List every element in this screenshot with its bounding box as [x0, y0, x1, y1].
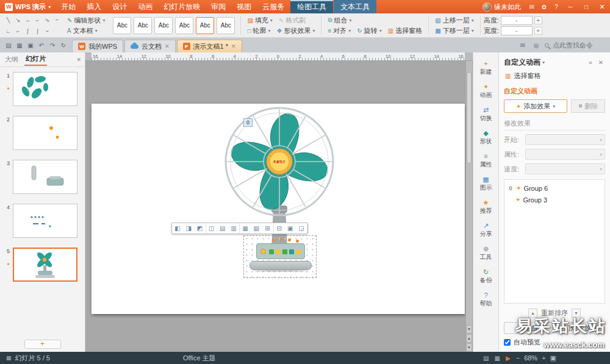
- scroll-down-icon[interactable]: ▼: [466, 325, 472, 334]
- close-panel-icon[interactable]: ✕: [597, 59, 605, 66]
- message-icon[interactable]: ✉: [526, 0, 538, 13]
- close-tab-icon[interactable]: ✕: [231, 43, 236, 49]
- outline-button[interactable]: □ 轮廓 ▾: [244, 26, 273, 35]
- selection-pane-button[interactable]: ▥ 选择窗格: [504, 70, 605, 82]
- shape-effects-button[interactable]: ❖ 形状效果 ▾: [273, 26, 318, 35]
- previous-slide-icon[interactable]: ▲: [466, 334, 472, 343]
- minimize-button[interactable]: ─: [562, 0, 578, 13]
- strip-new[interactable]: + 新建: [473, 59, 498, 77]
- grid-icon[interactable]: ▣: [285, 223, 296, 234]
- equal-height-icon[interactable]: ⊟: [274, 223, 285, 234]
- zoom-out-button[interactable]: −: [516, 354, 520, 362]
- slide-canvas[interactable]: 良康电子 0 ◧ ◨ ◩ ◫ ▤ ▥ ▦ ▧ ⊞ ⊟ ▣ ◲: [92, 104, 465, 314]
- align-top-icon[interactable]: ◫: [206, 223, 217, 234]
- menu-animation[interactable]: 动画: [132, 0, 158, 13]
- menu-slideshow[interactable]: 幻灯片放映: [158, 0, 206, 13]
- double-arrow-shape-icon[interactable]: ↔: [23, 15, 32, 24]
- animation-item-group3[interactable]: ✦ Group 3: [506, 194, 603, 205]
- fan-base-selection[interactable]: [243, 235, 317, 278]
- align-right-icon[interactable]: ◩: [194, 223, 206, 234]
- menu-view[interactable]: 视图: [231, 0, 257, 13]
- normal-view-icon[interactable]: ▤: [483, 355, 489, 362]
- slide-4-preview[interactable]: [13, 204, 77, 238]
- equal-width-icon[interactable]: ⊞: [262, 223, 273, 234]
- shape-style-preset-1[interactable]: Abc: [113, 17, 131, 34]
- feedback-icon[interactable]: ✉: [518, 40, 528, 50]
- tab-my-wps[interactable]: W 我的WPS: [72, 40, 123, 52]
- curve-shape-icon[interactable]: ∿: [43, 15, 52, 24]
- height-input[interactable]: [501, 16, 533, 25]
- add-slide-button[interactable]: +: [24, 340, 61, 349]
- shape-style-preset-5[interactable]: Abc: [196, 17, 214, 34]
- slide-1-preview[interactable]: [13, 72, 77, 106]
- tab-presentation1[interactable]: P 演示文稿1 * ✕: [177, 40, 242, 52]
- maximize-button[interactable]: □: [578, 0, 594, 13]
- bring-forward-button[interactable]: ▧ 上移一层 ▾: [432, 15, 476, 25]
- arc-shape-icon[interactable]: ⌢: [52, 15, 62, 24]
- canvas-scrollbar[interactable]: ▼ ▲ ▼: [465, 61, 472, 352]
- strip-diagram[interactable]: ▦ 图示: [473, 174, 498, 193]
- menu-home[interactable]: 开始: [56, 0, 81, 13]
- command-search-input[interactable]: [551, 41, 605, 49]
- user-avatar[interactable]: [483, 2, 492, 12]
- slide-thumbnail-2[interactable]: 2: [4, 116, 81, 150]
- strip-tools[interactable]: ⊕ 工具: [473, 244, 498, 263]
- arrow-shape-icon[interactable]: ↘: [13, 15, 23, 24]
- relative-align-icon[interactable]: ◲: [296, 223, 307, 234]
- shape-style-preset-2[interactable]: Abc: [134, 17, 152, 34]
- group-button[interactable]: ⧉ 组合 ▾: [325, 15, 354, 25]
- slideshow-view-icon[interactable]: ▶: [506, 355, 511, 362]
- fill-button[interactable]: ▨ 填充 ▾: [244, 15, 275, 25]
- fit-slide-icon[interactable]: ▣: [550, 354, 556, 362]
- align-button[interactable]: ≡ 对齐 ▾: [325, 26, 354, 35]
- slide-thumbnail-5[interactable]: 5 ✦: [4, 248, 81, 282]
- menu-design[interactable]: 设计: [107, 0, 132, 13]
- slide-3-preview[interactable]: [13, 160, 77, 194]
- chevron-down-icon[interactable]: ▾: [542, 60, 545, 65]
- shape-style-preset-4[interactable]: Abc: [175, 17, 193, 34]
- height-stepper[interactable]: +: [534, 16, 542, 24]
- zoom-level[interactable]: 68%: [524, 354, 537, 362]
- undo-icon[interactable]: ↶: [37, 40, 46, 50]
- print-icon[interactable]: ▣: [26, 40, 35, 50]
- tab-text-tools[interactable]: 文本工具: [334, 0, 376, 13]
- strip-animation[interactable]: ✦ 动画: [473, 82, 498, 101]
- slide-2-preview[interactable]: [13, 116, 77, 150]
- strip-properties[interactable]: ≡ 属性: [473, 151, 498, 170]
- close-panel-icon[interactable]: ✕: [76, 57, 81, 63]
- add-effect-button[interactable]: ✦ 添加效果 ▾: [504, 99, 567, 113]
- format-painter-button[interactable]: ✎ 格式刷: [276, 15, 309, 25]
- save-icon[interactable]: ▦: [15, 40, 24, 50]
- connector-shape-icon[interactable]: ⌐: [13, 26, 23, 35]
- slide-5-preview[interactable]: [13, 248, 77, 282]
- menu-review[interactable]: 审阅: [206, 0, 231, 13]
- elbow-shape-icon[interactable]: ⌐: [33, 15, 42, 24]
- close-tab-icon[interactable]: ✕: [165, 43, 170, 49]
- theme-name[interactable]: Office 主题: [183, 354, 216, 363]
- menu-insert[interactable]: 插入: [81, 0, 107, 13]
- align-bottom-icon[interactable]: ▥: [228, 223, 240, 234]
- strip-share[interactable]: ↗ 分享: [473, 221, 498, 240]
- strip-recommend[interactable]: ★ 推荐: [473, 198, 498, 216]
- slide-thumbnail-4[interactable]: 4: [4, 204, 81, 238]
- speed-select[interactable]: ▾: [525, 163, 605, 174]
- next-slide-icon[interactable]: ▼: [466, 343, 472, 352]
- line-shape-icon[interactable]: ╲: [4, 15, 13, 24]
- strip-help[interactable]: ? 帮助: [473, 290, 498, 309]
- freeform-shape-icon[interactable]: ʃ: [23, 26, 32, 35]
- slide-thumbnail-1[interactable]: 1 ✦: [4, 72, 81, 106]
- slide-thumbnail-3[interactable]: 3: [4, 160, 81, 194]
- smile-shape-icon[interactable]: ⌣: [43, 26, 52, 35]
- strip-shapes[interactable]: ◆ 形状: [473, 128, 498, 147]
- selection-pane-button[interactable]: ▥ 选择窗格: [385, 26, 425, 35]
- align-left-icon[interactable]: ◧: [172, 223, 183, 234]
- rotate-button[interactable]: ↻ 旋转 ▾: [354, 26, 384, 35]
- slide-sorter-icon[interactable]: ▦: [495, 355, 500, 362]
- help-icon[interactable]: ?: [550, 0, 562, 13]
- collapse-panel-icon[interactable]: «: [586, 59, 595, 66]
- zoom-in-button[interactable]: +: [542, 354, 545, 362]
- assistant-icon[interactable]: ◎: [531, 40, 541, 50]
- send-backward-button[interactable]: ▩ 下移一层 ▾: [432, 26, 476, 35]
- username[interactable]: 缘来如此: [494, 2, 521, 12]
- align-center-icon[interactable]: ◨: [183, 223, 194, 234]
